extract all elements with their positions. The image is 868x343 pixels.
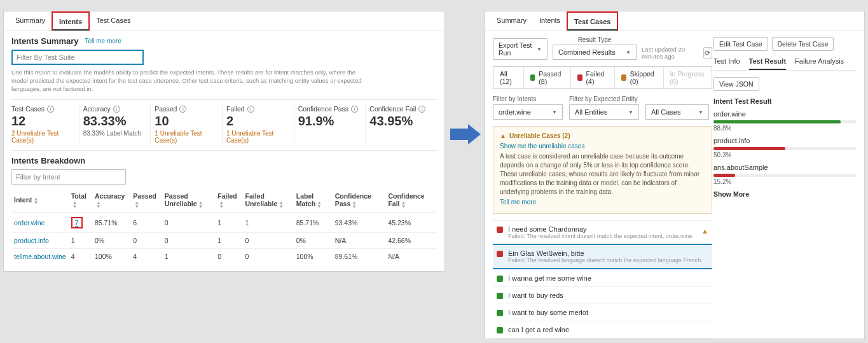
intent-link[interactable]: product.info [14,237,49,244]
intents-breakdown-table: Intent▲▼ Total▲▼ Accuracy▲▼ Passed▲▼ Pas… [11,188,437,263]
col-confidence-fail[interactable]: Confidence Fail▲▼ [385,188,437,213]
show-unreliable-link[interactable]: Show me the unreliable cases [500,142,705,151]
caret-down-icon: ▼ [552,109,557,115]
result-bar [713,147,785,150]
failed-icon [577,74,582,81]
test-case-item[interactable]: I wanna get me some wine [493,269,712,286]
filter-entity-label: Filter by Expected Entity [569,95,639,102]
test-case-item[interactable]: I want to buy some merlot [493,304,712,321]
filter-entity-select[interactable]: All Entities▼ [569,104,639,120]
kpi-label: Confidence Pass [298,105,348,113]
status-passed[interactable]: Passed (8) [524,67,571,88]
unreliable-cases-callout: ▲Unreliable Cases (2) Show me the unreli… [493,126,712,214]
kpi-test-cases-unreliable-link[interactable]: 2 Unreliable Test Case(s) [11,130,75,144]
caret-down-icon: ▼ [698,109,703,115]
filter-intent-input[interactable]: Filter by Intent [11,169,126,185]
filter-cases-select[interactable]: All Cases▼ [645,104,709,120]
result-bar [713,120,841,123]
test-case-item[interactable]: can I get a red wine [493,321,712,338]
kpi-test-cases-value: 12 [11,114,75,129]
status-in-progress[interactable]: In Progress (0) [664,67,712,88]
subtab-test-result[interactable]: Test Result [749,57,786,70]
col-failed-unreliable[interactable]: Failed Unreliable▲▼ [243,188,294,213]
col-passed-unreliable[interactable]: Passed Unreliable▲▼ [162,188,215,213]
info-icon[interactable]: i [113,106,120,113]
kpi-row: Test Casesi 12 2 Unreliable Test Case(s)… [11,105,437,144]
intent-link[interactable]: order.wine [14,219,45,227]
tab-summary[interactable]: Summary [490,11,533,31]
failed-icon [497,227,503,233]
kpi-label: Test Cases [11,105,45,113]
status-skipped[interactable]: Skipped (0) [615,67,664,88]
col-intent[interactable]: Intent▲▼ [11,188,69,213]
info-icon[interactable]: i [247,106,254,113]
info-icon[interactable]: i [418,106,425,113]
filter-intents-select[interactable]: order.wine▼ [493,104,563,120]
result-pct: 15.2% [713,178,857,185]
col-confidence-pass[interactable]: Confidence Pass▲▼ [333,188,386,213]
filter-test-suite-input[interactable]: Filter By Test Suite [11,50,144,65]
result-type-select[interactable]: Combined Results▼ [553,45,637,60]
test-case-side-panel: Edit Test Case Delete Test Case Test Inf… [713,37,857,198]
tab-intents[interactable]: Intents [52,11,90,31]
kpi-failed-unreliable-link[interactable]: 1 Unreliable Test Case(s) [226,130,290,144]
kpi-passed-unreliable-link[interactable]: 1 Unreliable Test Case(s) [155,130,218,144]
col-passed[interactable]: Passed▲▼ [130,188,162,213]
kpi-accuracy-sub: 83.33% Label Match [83,130,147,137]
warning-icon: ▲ [701,227,708,235]
kpi-label: Failed [226,105,245,113]
test-case-item[interactable]: order red wine [493,338,712,343]
tell-me-more-link[interactable]: Tell me more [500,198,705,207]
kpi-label: Passed [155,105,177,113]
col-total[interactable]: Total▲▼ [69,188,92,213]
view-json-button[interactable]: View JSON [713,77,759,91]
delete-test-case-button[interactable]: Delete Test Case [772,37,834,51]
unreliable-desc: A test case is considered an unreliable … [500,152,705,197]
status-all[interactable]: All (12) [493,67,524,88]
passed-icon [530,74,535,81]
tab-test-cases[interactable]: Test Cases [567,11,618,31]
tell-me-more-link[interactable]: Tell me more [85,38,121,45]
intents-summary-note: Use this report to evaluate the model's … [11,69,368,93]
edit-test-case-button[interactable]: Edit Test Case [713,37,768,51]
test-case-item[interactable]: I want to buy reds [493,286,712,304]
table-row: tellme.about.wine 4 100% 4 1 0 0 100% 89… [11,248,437,264]
intent-link[interactable]: tellme.about.wine [14,253,66,260]
warning-icon: ▲ [500,132,506,141]
kpi-accuracy-value: 83.33% [83,114,147,129]
passed-icon [497,276,503,282]
kpi-cpass-value: 91.9% [298,114,362,129]
test-case-item[interactable]: I need some ChardonnayFailed: The resolv… [493,220,712,244]
table-row: order.wine 7 85.71% 6 0 1 1 85.71% 93.43… [11,213,437,232]
left-panel: Summary Intents Test Cases Intents Summa… [3,11,445,272]
export-test-run-button[interactable]: Export Test Run▼ [493,38,548,60]
kpi-passed-value: 10 [155,114,218,129]
show-more-link[interactable]: Show More [713,190,857,198]
tab-intents[interactable]: Intents [533,11,567,31]
tab-test-cases[interactable]: Test Cases [90,11,137,31]
info-icon[interactable]: i [179,106,186,113]
result-type-label: Result Type [553,36,637,43]
test-case-item[interactable]: Ein Glas Weißwein, bitteFailed: The reso… [493,244,712,269]
kpi-cfail-value: 43.95% [369,114,433,129]
filter-intents-label: Filter by Intents [493,95,563,102]
total-link-highlighted[interactable]: 7 [71,217,83,228]
refresh-icon[interactable]: ⟳ [703,47,712,59]
subtab-test-info[interactable]: Test Info [713,57,740,70]
kpi-label: Accuracy [83,105,111,113]
right-tabs: Summary Intents Test Cases [485,11,864,31]
info-icon[interactable]: i [351,106,358,113]
kpi-failed-value: 2 [226,114,290,129]
result-pct: 50.3% [713,151,857,158]
info-icon[interactable]: i [47,106,54,113]
tab-summary[interactable]: Summary [9,11,52,31]
result-name: ans.aboutSample [713,164,857,171]
status-failed[interactable]: Failed (4) [571,67,615,88]
col-accuracy[interactable]: Accuracy▲▼ [92,188,130,213]
result-bar [713,174,735,177]
intents-breakdown-title: Intents Breakdown [11,156,437,165]
last-updated-text: Last updated 20 minutes ago [642,46,701,60]
col-label-match[interactable]: Label Match▲▼ [294,188,333,213]
col-failed[interactable]: Failed▲▼ [215,188,242,213]
subtab-failure-analysis[interactable]: Failure Analysis [795,57,844,70]
